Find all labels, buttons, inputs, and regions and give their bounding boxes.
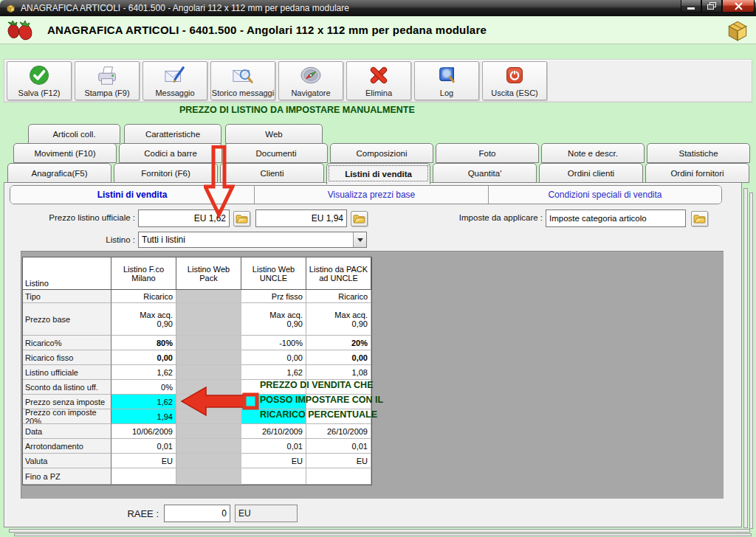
tab-articoli-coll[interactable]: Articoli coll. <box>28 124 120 144</box>
subtab-visualizza-prezzi-base[interactable]: Visualizza prezzi base <box>255 186 489 204</box>
table-cell[interactable] <box>176 380 241 395</box>
tab-statistiche[interactable]: Statistiche <box>647 143 750 163</box>
toolbar-button-log[interactable]: Log <box>414 61 479 100</box>
raee-input[interactable] <box>164 505 230 522</box>
imposte-label: Imposte da applicare : <box>439 213 543 222</box>
table-cell[interactable] <box>176 409 241 424</box>
table-cell[interactable] <box>176 454 241 468</box>
table-cell[interactable]: 0,00 <box>111 350 176 365</box>
tab-movimenti-f10[interactable]: Movimenti (F10) <box>13 143 117 163</box>
tab-label: Movimenti (F10) <box>34 149 95 158</box>
listino-select[interactable]: Tutti i listini <box>138 232 367 248</box>
tab-listini-di-vendita[interactable]: Listini di vendita <box>326 163 430 184</box>
table-cell[interactable]: Ricarico <box>306 290 371 303</box>
table-cell[interactable]: 0% <box>111 380 176 395</box>
tab-label: Ordini fornitori <box>670 169 724 178</box>
tab-web[interactable]: Web <box>225 124 323 144</box>
toolbar-button-uscita-esc[interactable]: Uscita (ESC) <box>482 61 547 100</box>
table-cell[interactable] <box>176 395 241 409</box>
tab-ordini-clienti[interactable]: Ordini clienti <box>539 163 643 183</box>
toolbar-button-messaggio[interactable]: Messaggio <box>142 61 207 100</box>
table-cell[interactable] <box>176 365 241 380</box>
table-cell[interactable]: 80% <box>111 336 176 350</box>
tab-codici-a-barre[interactable]: Codici a barre <box>119 143 222 163</box>
panel-stack-edge <box>749 193 753 529</box>
table-cell[interactable]: EU <box>306 454 371 468</box>
table-cell[interactable]: 0,01 <box>111 439 176 454</box>
subtab-listini-di-vendita[interactable]: Listini di vendita <box>10 186 255 204</box>
raee-label: RAEE : <box>96 508 159 519</box>
table-cell[interactable] <box>176 290 241 303</box>
table-cell[interactable] <box>241 468 306 485</box>
folder-icon <box>353 214 365 224</box>
tab-ordini-fornitori[interactable]: Ordini fornitori <box>645 163 749 183</box>
table-cell[interactable]: 0,00 <box>306 350 371 365</box>
tab-note-e-descr[interactable]: Note e descr. <box>541 143 645 163</box>
subtab-condizioni-speciali-di-vendita[interactable]: Condizioni speciali di vendita <box>489 186 721 204</box>
tab-clienti[interactable]: Clienti <box>220 163 324 183</box>
table-cell[interactable]: 1,94 <box>111 409 176 424</box>
table-cell[interactable]: EU <box>111 454 176 468</box>
table-cell[interactable]: 0,01 <box>306 439 371 454</box>
raee-valuta-box: EU <box>235 505 298 522</box>
prezzo-con-imposte-input[interactable] <box>255 209 347 227</box>
table-cell[interactable]: Max acq. 0,90 <box>306 303 371 336</box>
table-cell[interactable]: Prz fisso <box>241 290 306 303</box>
row-label-cell: Listino ufficiale <box>23 365 111 380</box>
row-label-cell: Valuta <box>23 454 111 468</box>
row-label-cell: Data <box>23 424 111 439</box>
toolbar-button-salva-f12[interactable]: Salva (F12) <box>7 61 72 100</box>
tab-documenti[interactable]: Documenti <box>224 143 328 163</box>
table-cell[interactable]: 26/10/2009 <box>241 424 306 439</box>
table-cell[interactable] <box>176 350 241 365</box>
combo-dropdown-button[interactable] <box>353 232 366 247</box>
tab-fornitori-f6[interactable]: Fornitori (F6) <box>114 163 218 183</box>
listini-table: ListinoListino F.co MilanoListino Web Pa… <box>22 257 372 485</box>
table-cell[interactable] <box>176 468 241 485</box>
toolbar-button-label: Stampa (F9) <box>84 89 129 100</box>
tab-caratteristiche[interactable]: Caratteristiche <box>124 124 221 144</box>
table-row: Ricarico%80%-100%20% <box>23 336 371 350</box>
table-cell[interactable]: 0,01 <box>241 439 306 454</box>
prezzo-con-imposte-lookup-button[interactable] <box>351 211 368 226</box>
table-cell[interactable]: -100% <box>241 336 306 350</box>
restore-button[interactable] <box>701 0 722 13</box>
close-button[interactable] <box>722 0 755 13</box>
table-cell[interactable] <box>306 468 371 485</box>
table-cell[interactable]: 0,00 <box>241 350 306 365</box>
prezzo-listino-ufficiale-input[interactable] <box>138 209 230 227</box>
imposte-input[interactable] <box>546 209 686 227</box>
toolbar-button-label: Storico messaggi <box>212 89 274 100</box>
row-label-cell: Arrotondamento <box>23 439 111 454</box>
toolbar-button-storico-messaggi[interactable]: Storico messaggi <box>210 61 275 100</box>
table-cell[interactable]: 26/10/2009 <box>306 424 371 439</box>
table-cell[interactable]: 1,62 <box>111 365 176 380</box>
tab-composizioni[interactable]: Composizioni <box>330 143 433 163</box>
prezzo-listino-lookup-button[interactable] <box>233 211 250 226</box>
toolbar-button-elimina[interactable]: Elimina <box>346 61 411 100</box>
table-cell[interactable] <box>176 303 241 336</box>
table-row: Prezzo baseMax acq. 0,90Max acq. 0,90Max… <box>23 303 371 336</box>
tab-quantita[interactable]: Quantita' <box>433 163 537 183</box>
annotation-note: PREZZO DI VENDITA CHEPOSSO IMPOSTARE CON… <box>260 378 383 422</box>
tab-anagrafica-f5[interactable]: Anagrafica(F5) <box>7 163 111 183</box>
toolbar: Salva (F12)Stampa (F9)MessaggioStorico m… <box>4 59 752 103</box>
table-cell[interactable]: EU <box>241 454 306 468</box>
subtab-bar: Listini di venditaVisualizza prezzi base… <box>10 185 722 204</box>
table-cell[interactable] <box>176 439 241 454</box>
table-cell[interactable]: Max acq. 0,90 <box>241 303 306 336</box>
table-cell[interactable] <box>176 336 241 350</box>
toolbar-button-navigatore[interactable]: Navigatore <box>278 61 343 100</box>
table-cell[interactable] <box>111 468 176 485</box>
minimize-button[interactable] <box>681 0 701 13</box>
imposte-lookup-button[interactable] <box>691 211 708 226</box>
table-cell[interactable]: 10/06/2009 <box>111 424 176 439</box>
row-label-cell: Ricarico fisso <box>23 350 111 365</box>
table-cell[interactable]: 20% <box>306 336 371 350</box>
tab-foto[interactable]: Foto <box>436 143 539 163</box>
toolbar-button-stampa-f9[interactable]: Stampa (F9) <box>75 61 140 100</box>
table-cell[interactable]: 1,62 <box>111 395 176 409</box>
table-cell[interactable]: Ricarico <box>111 290 176 303</box>
table-cell[interactable] <box>176 424 241 439</box>
table-cell[interactable]: Max acq. 0,90 <box>111 303 176 336</box>
